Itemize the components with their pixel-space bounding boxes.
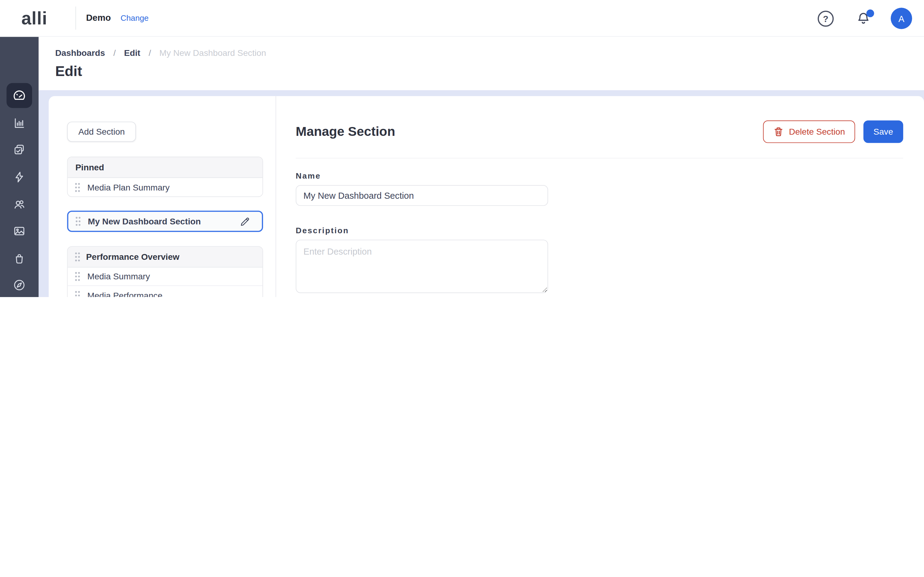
lightning-icon[interactable] <box>0 164 39 189</box>
drag-handle-icon[interactable] <box>76 216 81 226</box>
edit-pencil-icon[interactable] <box>239 215 251 227</box>
drag-handle-icon[interactable] <box>75 272 80 281</box>
breadcrumb-dashboards[interactable]: Dashboards <box>55 48 105 57</box>
compass-icon[interactable] <box>0 272 39 297</box>
section-divider <box>296 158 903 158</box>
image-icon[interactable] <box>0 218 39 243</box>
content-band: Add Section PinnedMedia Plan SummaryMy N… <box>39 90 924 297</box>
breadcrumb-current: My New Dashboard Section <box>160 48 266 57</box>
manage-section-title: Manage Section <box>296 124 763 140</box>
name-label: Name <box>296 172 903 181</box>
shopping-bag-icon[interactable] <box>0 246 39 271</box>
section-item-label: Media Plan Summary <box>87 182 170 192</box>
breadcrumb-separator: / <box>113 48 116 57</box>
alli-logo: alli <box>21 8 47 28</box>
section-item-label: Media Performance <box>87 290 163 297</box>
content-area: Dashboards / Edit / My New Dashboard Sec… <box>39 37 924 297</box>
top-header: alli Demo Change ? A <box>0 0 924 37</box>
nav-rail: ⚙ <box>0 37 39 297</box>
sections-list: PinnedMedia Plan SummaryMy New Dashboard… <box>67 156 263 297</box>
section-group-header[interactable]: Performance Overview <box>68 247 262 268</box>
breadcrumb-edit[interactable]: Edit <box>124 48 140 57</box>
add-section-button[interactable]: Add Section <box>67 121 136 142</box>
clipboard-check-icon[interactable] <box>0 137 39 162</box>
section-group: Performance OverviewMedia SummaryMedia P… <box>67 247 263 297</box>
trash-icon <box>773 126 784 137</box>
section-group-title: Pinned <box>76 163 104 172</box>
bar-chart-icon[interactable] <box>0 110 39 135</box>
header-divider <box>76 6 76 30</box>
manage-section-panel: Manage Section Delete Section Save <box>276 96 924 297</box>
dashboard-speedometer-icon[interactable] <box>0 83 39 108</box>
sections-panel: Add Section PinnedMedia Plan SummaryMy N… <box>48 96 276 297</box>
section-item-selected[interactable]: My New Dashboard Section <box>67 211 263 232</box>
help-icon[interactable]: ? <box>818 11 834 27</box>
section-item-label: Media Summary <box>87 272 150 281</box>
section-item-label: My New Dashboard Section <box>88 216 239 226</box>
section-group-title: Performance Overview <box>86 252 179 262</box>
save-button[interactable]: Save <box>864 121 903 143</box>
section-item[interactable]: Media Performance <box>68 286 262 297</box>
notification-dot-badge <box>866 10 874 17</box>
section-group-header: Pinned <box>68 157 262 178</box>
breadcrumb-separator: / <box>149 48 151 57</box>
app-window: alli Demo Change ? A <box>0 0 924 297</box>
page-title: Edit <box>55 63 82 79</box>
section-item[interactable]: Media Plan Summary <box>68 178 262 196</box>
breadcrumb: Dashboards / Edit / My New Dashboard Sec… <box>55 48 266 57</box>
section-item[interactable]: Media Summary <box>68 268 262 286</box>
client-name: Demo <box>86 13 111 23</box>
drag-handle-icon[interactable] <box>75 182 80 192</box>
description-label: Description <box>296 226 903 235</box>
user-avatar[interactable]: A <box>891 8 912 29</box>
edit-card: Add Section PinnedMedia Plan SummaryMy N… <box>48 96 924 297</box>
drag-handle-icon[interactable] <box>75 290 80 297</box>
drag-handle-icon[interactable] <box>75 252 80 262</box>
users-icon[interactable] <box>0 192 39 217</box>
name-input[interactable] <box>296 185 548 206</box>
description-textarea[interactable] <box>296 240 548 293</box>
change-client-link[interactable]: Change <box>121 14 149 23</box>
delete-section-button[interactable]: Delete Section <box>763 121 855 143</box>
section-group: PinnedMedia Plan Summary <box>67 156 263 197</box>
